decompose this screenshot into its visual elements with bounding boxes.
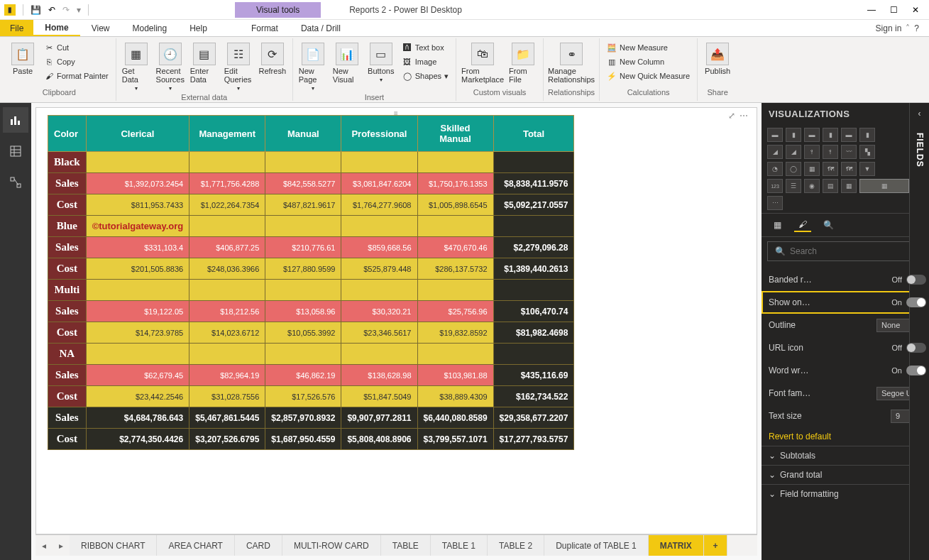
data-cell[interactable]: $18,212.56 (189, 301, 265, 322)
fields-well-tab-icon[interactable]: ▦ (769, 218, 786, 232)
analytics-tab-icon[interactable]: 🔍 (820, 218, 837, 232)
row-header[interactable]: Sales (48, 301, 87, 322)
minimize-icon[interactable]: — (867, 5, 876, 15)
format-tab-icon[interactable]: 🖌 (794, 218, 811, 232)
combo-icon[interactable]: ⫯ (804, 145, 820, 159)
data-cell[interactable]: $62,679.45 (86, 365, 189, 386)
col-header[interactable]: Color (48, 116, 87, 152)
clustered-bar-icon[interactable]: ▬ (804, 128, 820, 142)
field-formatting-section[interactable]: ⌄Field formatting (762, 484, 929, 503)
data-cell[interactable]: $13,058.96 (265, 301, 341, 322)
col-header[interactable]: Professional (341, 116, 417, 152)
data-view-icon[interactable] (3, 138, 28, 164)
data-cell[interactable]: $138,628.98 (341, 365, 417, 386)
data-cell[interactable]: $859,668.56 (341, 237, 417, 258)
page-tab[interactable]: RIBBON CHART (70, 535, 157, 556)
data-cell[interactable]: $487,821.9617 (265, 194, 341, 216)
format-search[interactable]: 🔍 (767, 241, 928, 261)
grand-total-cell[interactable]: Cost (48, 429, 87, 450)
data-cell[interactable]: $525,879.448 (341, 258, 417, 280)
tabs-scroll-left[interactable]: ◂ (35, 535, 53, 556)
view-tab[interactable]: View (80, 20, 121, 36)
grand-total-cell[interactable]: $2,774,350.4426 (86, 429, 189, 450)
refresh-button[interactable]: ⟳Refresh (257, 41, 288, 77)
col-header[interactable]: Total (493, 116, 574, 152)
data-cell[interactable]: $286,137.5732 (417, 258, 493, 280)
image-button[interactable]: 🖼Image (400, 55, 451, 68)
filled-map-icon[interactable]: 🗺 (841, 162, 857, 176)
data-cell[interactable]: $23,346.5617 (341, 322, 417, 344)
redo-icon[interactable]: ↷ (62, 5, 70, 15)
copy-button[interactable]: ⎘Copy (41, 55, 111, 68)
from-marketplace-button[interactable]: 🛍From Marketplace (461, 41, 505, 85)
data-cell[interactable]: $1,771,756.4288 (189, 173, 265, 194)
page-tab[interactable]: TABLE 1 (431, 535, 488, 556)
more-visuals-icon[interactable]: ⋯ (767, 196, 783, 210)
publish-button[interactable]: 📤Publish (702, 41, 733, 77)
data-cell[interactable]: $435,116.69 (493, 365, 574, 386)
col-header[interactable]: Manual (265, 116, 341, 152)
data-cell[interactable]: $162,734.522 (493, 386, 574, 407)
stacked-bar-icon[interactable]: ▬ (767, 128, 783, 142)
revert-to-default[interactable]: Revert to default (762, 427, 929, 446)
card-icon[interactable]: 123 (767, 179, 783, 193)
new-visual-button[interactable]: 📊New Visual (331, 41, 363, 85)
focus-mode-icon[interactable]: ⤢ (728, 111, 735, 121)
data-cell[interactable]: $1,005,898.6545 (417, 194, 493, 216)
map-icon[interactable]: 🗺 (823, 162, 838, 176)
format-painter-button[interactable]: 🖌Format Painter (41, 70, 111, 82)
group-header[interactable]: Blue (48, 216, 87, 237)
kpi-icon[interactable]: ◉ (804, 179, 820, 193)
funnel-icon[interactable]: ▼ (859, 162, 875, 176)
sign-in-link[interactable]: Sign in˄? (866, 20, 929, 36)
data-cell[interactable]: $31,028.7556 (189, 386, 265, 407)
edit-queries-button[interactable]: ☷Edit Queries▾ (223, 41, 254, 93)
group-header[interactable]: Multi (48, 280, 87, 301)
data-cell[interactable]: $1,392,073.2454 (86, 173, 189, 194)
grand-total-cell[interactable]: $1,687,950.4559 (265, 429, 341, 450)
new-quick-measure-button[interactable]: ⚡New Quick Measure (604, 70, 693, 82)
datadrill-tab[interactable]: Data / Drill (290, 20, 352, 36)
model-view-icon[interactable] (3, 170, 28, 195)
help-tab[interactable]: Help (178, 20, 219, 36)
fields-pane-collapsed[interactable]: ‹ FIELDS (909, 103, 929, 560)
new-page-button[interactable]: 📄New Page▾ (297, 41, 329, 93)
table-icon[interactable]: ▦ (841, 179, 857, 193)
manage-relationships-button[interactable]: ⚭Manage Relationships (548, 41, 595, 85)
new-measure-button[interactable]: 🧮New Measure (604, 41, 693, 54)
word-wrap-toggle[interactable]: Word wr… On (762, 359, 929, 382)
stacked-area-icon[interactable]: ◢ (786, 145, 801, 159)
buttons-button[interactable]: ▭Buttons▾ (365, 41, 397, 84)
data-cell[interactable]: $51,847.5049 (341, 386, 417, 407)
col-header[interactable]: Management (189, 116, 265, 152)
save-icon[interactable]: 💾 (31, 5, 41, 15)
data-cell[interactable]: $1,389,440.2613 (493, 258, 574, 280)
page-tab[interactable]: TABLE (381, 535, 431, 556)
data-cell[interactable]: $1,750,176.1353 (417, 173, 493, 194)
grand-total-cell[interactable]: $29,358,677.2207 (493, 407, 574, 429)
get-data-button[interactable]: ▦Get Data▾ (121, 41, 152, 93)
combo2-icon[interactable]: ⫯ (823, 145, 838, 159)
row-header[interactable]: Sales (48, 365, 87, 386)
text-size-spinner[interactable]: Text size 9⬍ (762, 405, 929, 427)
multirow-card-icon[interactable]: ☰ (786, 179, 801, 193)
data-cell[interactable]: $5,092,217.0557 (493, 194, 574, 216)
col-header[interactable]: Skilled Manual (417, 116, 493, 152)
group-header[interactable]: NA (48, 344, 87, 365)
format-tab[interactable]: Format (240, 20, 290, 36)
data-cell[interactable]: $46,862.19 (265, 365, 341, 386)
data-cell[interactable]: $127,880.9599 (265, 258, 341, 280)
url-icon-toggle[interactable]: URL icon Off (762, 336, 929, 359)
stacked-column-icon[interactable]: ▮ (786, 128, 801, 142)
data-cell[interactable]: $248,036.3966 (189, 258, 265, 280)
data-cell[interactable]: $82,964.19 (189, 365, 265, 386)
matrix-icon[interactable]: ▦ (859, 179, 909, 193)
100-column-icon[interactable]: ▮ (859, 128, 875, 142)
data-cell[interactable]: $30,320.21 (341, 301, 417, 322)
outline-select[interactable]: Outline None▾ (762, 314, 929, 336)
report-view-icon[interactable] (3, 107, 28, 133)
report-canvas[interactable]: ≡ ⤢ ⋯ Color Clerical Management Manual P… (35, 107, 757, 534)
slicer-icon[interactable]: ▤ (823, 179, 838, 193)
grand-total-cell[interactable]: $9,907,977.2811 (341, 407, 417, 429)
visual-grip-icon[interactable]: ≡ (394, 109, 399, 117)
